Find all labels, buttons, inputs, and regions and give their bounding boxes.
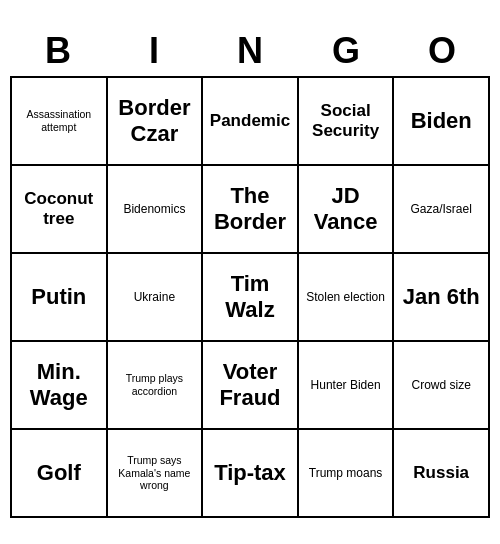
cell-24: Russia [394,430,490,518]
header-letter-i: I [106,26,202,76]
cell-text-7: The Border [207,183,293,236]
cell-22: Tip-tax [203,430,299,518]
cell-16: Trump plays accordion [108,342,204,430]
cell-text-12: Tim Walz [207,271,293,324]
cell-text-4: Biden [411,108,472,134]
cell-text-13: Stolen election [306,290,385,304]
cell-text-14: Jan 6th [403,284,480,310]
cell-21: Trump says Kamala's name wrong [108,430,204,518]
cell-text-10: Putin [31,284,86,310]
header-letter-b: B [10,26,106,76]
cell-9: Gaza/Israel [394,166,490,254]
cell-8: JD Vance [299,166,395,254]
cell-text-2: Pandemic [210,111,290,131]
cell-19: Crowd size [394,342,490,430]
cell-6: Bidenomics [108,166,204,254]
cell-7: The Border [203,166,299,254]
cell-0: Assassination attempt [12,78,108,166]
bingo-header: BINGO [10,26,490,76]
cell-2: Pandemic [203,78,299,166]
cell-10: Putin [12,254,108,342]
cell-text-21: Trump says Kamala's name wrong [112,454,198,492]
cell-text-0: Assassination attempt [16,108,102,133]
cell-text-17: Voter Fraud [207,359,293,412]
cell-17: Voter Fraud [203,342,299,430]
cell-text-5: Coconut tree [16,189,102,230]
cell-18: Hunter Biden [299,342,395,430]
cell-3: Social Security [299,78,395,166]
cell-text-24: Russia [413,463,469,483]
cell-text-15: Min. Wage [16,359,102,412]
cell-1: Border Czar [108,78,204,166]
cell-text-19: Crowd size [412,378,471,392]
cell-5: Coconut tree [12,166,108,254]
cell-text-11: Ukraine [134,290,175,304]
header-letter-g: G [298,26,394,76]
cell-20: Golf [12,430,108,518]
cell-text-1: Border Czar [112,95,198,148]
cell-15: Min. Wage [12,342,108,430]
cell-text-18: Hunter Biden [311,378,381,392]
bingo-grid: Assassination attemptBorder CzarPandemic… [10,76,490,518]
cell-text-3: Social Security [303,101,389,142]
cell-13: Stolen election [299,254,395,342]
cell-23: Trump moans [299,430,395,518]
cell-text-16: Trump plays accordion [112,372,198,397]
header-letter-o: O [394,26,490,76]
cell-text-20: Golf [37,460,81,486]
cell-text-23: Trump moans [309,466,383,480]
cell-text-9: Gaza/Israel [411,202,472,216]
header-letter-n: N [202,26,298,76]
bingo-card: BINGO Assassination attemptBorder CzarPa… [10,26,490,518]
cell-text-22: Tip-tax [214,460,286,486]
cell-12: Tim Walz [203,254,299,342]
cell-14: Jan 6th [394,254,490,342]
cell-text-8: JD Vance [303,183,389,236]
cell-text-6: Bidenomics [123,202,185,216]
cell-4: Biden [394,78,490,166]
cell-11: Ukraine [108,254,204,342]
